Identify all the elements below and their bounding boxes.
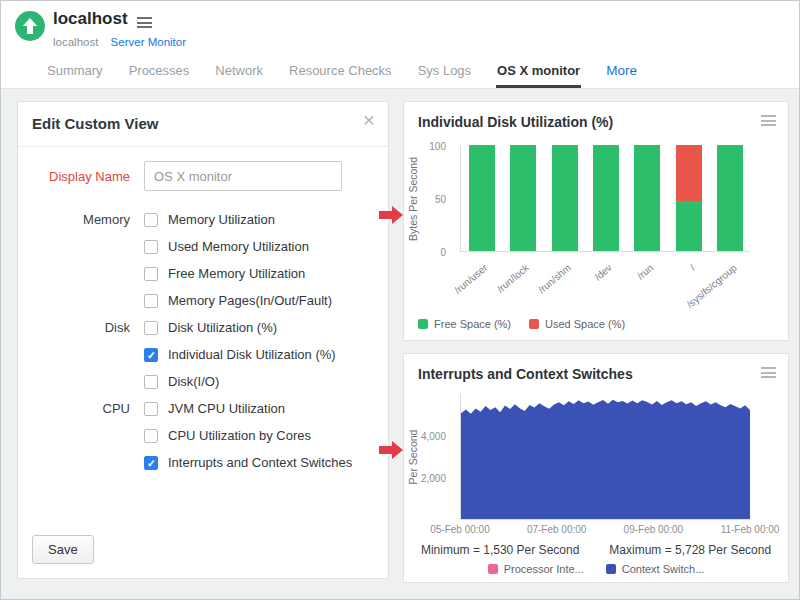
x-tick-run: /run xyxy=(635,262,655,282)
bar-free- xyxy=(676,201,702,251)
display-name-row: Display Name xyxy=(18,160,388,192)
x-tick-run-user: /run/user xyxy=(452,262,489,296)
tab-processes[interactable]: Processes xyxy=(128,55,191,88)
bar-free-run-user xyxy=(469,145,495,251)
checkbox-groups: Memory Memory Utilization Used Memory Ut… xyxy=(18,206,388,476)
x-tick-09-feb-00-00: 09-Feb 00:00 xyxy=(613,524,693,535)
checkbox-label: Free Memory Utilization xyxy=(168,266,305,281)
bar-free-run-shm xyxy=(552,145,578,251)
legend-label: Context Switch... xyxy=(622,563,705,575)
header: localhost localhost Server Monitor Summa… xyxy=(1,1,799,89)
bar-plot xyxy=(460,146,750,252)
legend-swatch xyxy=(418,319,428,329)
checkbox-row-memory-pages-in-out-fault: Memory Pages(In/Out/Fault) xyxy=(18,287,388,314)
checkbox-row-free-memory-utilization: Free Memory Utilization xyxy=(18,260,388,287)
breadcrumb: localhost Server Monitor xyxy=(53,36,186,48)
checkbox[interactable] xyxy=(144,294,158,308)
chart-menu-icon-disk[interactable] xyxy=(761,115,776,126)
screen: localhost localhost Server Monitor Summa… xyxy=(0,0,800,600)
disk-utilization-chart-card: Individual Disk Utilization (%) Bytes Pe… xyxy=(403,101,789,341)
area-xticks: 05-Feb 00:0007-Feb 00:0009-Feb 00:0011-F… xyxy=(404,524,788,537)
x-tick-05-feb-00-00: 05-Feb 00:00 xyxy=(420,524,500,535)
checkbox-label: Used Memory Utilization xyxy=(168,239,309,254)
group-label: Disk xyxy=(18,320,144,335)
checkbox-row-disk-utilization: Disk Disk Utilization (%) xyxy=(18,314,388,341)
breadcrumb-host: localhost xyxy=(53,36,98,48)
legend-item-free-space[interactable]: Free Space (%) xyxy=(418,318,511,330)
y-tick-0: 0 xyxy=(440,247,446,258)
checkbox[interactable] xyxy=(144,240,158,254)
checkbox-row-disk-i-o: Disk(I/O) xyxy=(18,368,388,395)
checkbox-label: Memory Utilization xyxy=(168,212,275,227)
bar-free-run-lock xyxy=(510,145,536,251)
checkbox-row-cpu-utilization-by-cores: CPU Utilization by Cores xyxy=(18,422,388,449)
checkbox-row-individual-disk-utilization: Individual Disk Utilization (%) xyxy=(18,341,388,368)
checkbox[interactable] xyxy=(144,267,158,281)
checkbox[interactable] xyxy=(144,321,158,335)
save-button[interactable]: Save xyxy=(32,535,94,564)
legend-label: Free Space (%) xyxy=(434,318,511,330)
x-tick-run-shm: /run/shm xyxy=(536,262,573,295)
area-legend: Processor Inte... Context Switch... xyxy=(404,563,788,575)
checkbox-label: Disk(I/O) xyxy=(168,374,219,389)
group-label: Memory xyxy=(18,212,144,227)
chart-menu-icon-interrupts[interactable] xyxy=(761,367,776,378)
tab-more[interactable]: More xyxy=(605,55,638,88)
checkbox[interactable] xyxy=(144,456,158,470)
bar-free-dev xyxy=(593,145,619,251)
tab-resource-checks[interactable]: Resource Checks xyxy=(288,55,393,88)
edit-custom-view-panel: Edit Custom View × Display Name Memory M… xyxy=(17,101,389,579)
bar-free-run xyxy=(634,145,660,251)
checkbox-label: CPU Utilization by Cores xyxy=(168,428,311,443)
checkbox-label: Memory Pages(In/Out/Fault) xyxy=(168,293,332,308)
tab-bar: SummaryProcessesNetworkResource ChecksSy… xyxy=(46,55,638,88)
legend-label: Used Space (%) xyxy=(545,318,625,330)
checkbox-label: Disk Utilization (%) xyxy=(168,320,277,335)
context-switches-area xyxy=(461,400,750,519)
bar-free-sys-fs-cgroup xyxy=(717,145,743,251)
x-tick-run-lock: /run/lock xyxy=(495,262,531,295)
tab-summary[interactable]: Summary xyxy=(46,55,104,88)
y-tick-100: 100 xyxy=(429,141,446,152)
checkbox-row-jvm-cpu-utilization: CPU JVM CPU Utilization xyxy=(18,395,388,422)
checkbox[interactable] xyxy=(144,402,158,416)
tab-sys-logs[interactable]: Sys Logs xyxy=(417,55,472,88)
area-chart-svg xyxy=(461,394,750,519)
interrupts-chart-card: Interrupts and Context Switches Per Seco… xyxy=(403,353,789,583)
legend-item-context-switch[interactable]: Context Switch... xyxy=(606,563,705,575)
maximum-value: Maximum = 5,728 Per Second xyxy=(609,543,771,557)
close-icon[interactable]: × xyxy=(363,109,375,130)
legend-label: Processor Inte... xyxy=(504,563,584,575)
page-title: localhost xyxy=(53,9,128,29)
display-name-input[interactable] xyxy=(144,161,342,191)
checkbox[interactable] xyxy=(144,348,158,362)
tab-os-x-monitor[interactable]: OS X monitor xyxy=(496,55,581,88)
up-arrow-icon xyxy=(15,11,45,41)
legend-swatch xyxy=(606,564,616,574)
checkbox-label: Individual Disk Utilization (%) xyxy=(168,347,336,362)
red-arrow-icon-top xyxy=(379,206,403,224)
breadcrumb-server-monitor-link[interactable]: Server Monitor xyxy=(111,36,186,48)
y-tick-4000: 4,000 xyxy=(421,431,446,442)
legend-swatch xyxy=(488,564,498,574)
y-tick-2000: 2,000 xyxy=(421,473,446,484)
panel-divider xyxy=(18,146,388,147)
legend-swatch xyxy=(529,319,539,329)
checkbox[interactable] xyxy=(144,213,158,227)
checkbox-label: JVM CPU Utilization xyxy=(168,401,285,416)
display-name-label: Display Name xyxy=(18,169,144,184)
legend-item-used-space[interactable]: Used Space (%) xyxy=(529,318,625,330)
bar-used- xyxy=(676,145,702,201)
checkbox-label: Interrupts and Context Switches xyxy=(168,455,352,470)
checkbox[interactable] xyxy=(144,375,158,389)
x-tick-dev: /dev xyxy=(593,262,615,283)
legend-item-processor-inte[interactable]: Processor Inte... xyxy=(488,563,584,575)
header-menu-icon[interactable] xyxy=(137,17,152,28)
bar-xlabels: /run/user/run/lock/run/shm/dev/run//sys/… xyxy=(460,256,750,308)
tab-network[interactable]: Network xyxy=(214,55,264,88)
x-tick-: / xyxy=(688,262,697,272)
bar-legend: Free Space (%) Used Space (%) xyxy=(418,318,625,330)
checkbox[interactable] xyxy=(144,429,158,443)
x-tick-11-feb-00-00: 11-Feb 00:00 xyxy=(710,524,790,535)
minmax-row: Minimum = 1,530 Per Second Maximum = 5,7… xyxy=(404,543,788,557)
